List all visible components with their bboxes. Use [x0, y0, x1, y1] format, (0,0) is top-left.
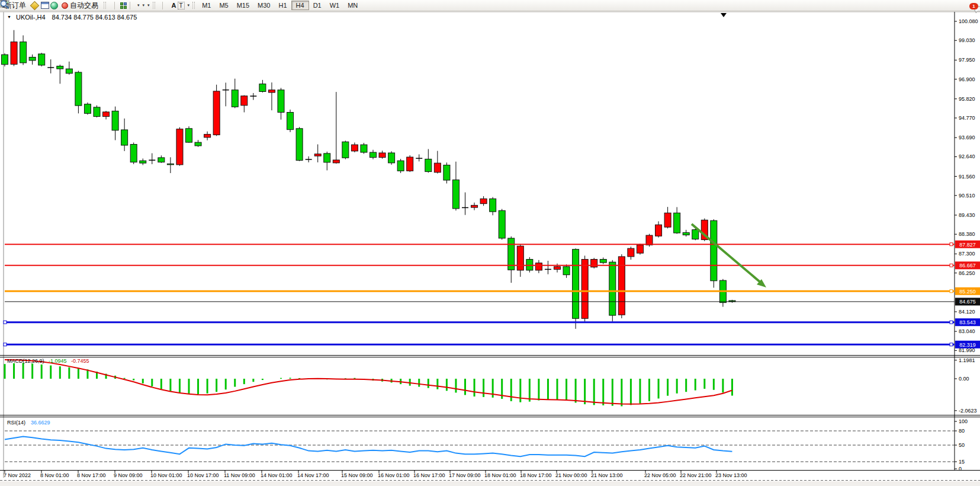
- bull-candle: [333, 160, 339, 163]
- bull-candle: [351, 145, 358, 151]
- bull-candle: [268, 90, 275, 92]
- bull-candle: [637, 245, 643, 253]
- chevron-down-icon[interactable]: ▼: [7, 15, 11, 19]
- time-tick-label: 11 Nov 09:00: [224, 472, 255, 478]
- time-tick-label: 22 Nov 05:00: [644, 472, 676, 478]
- price-badge-label: 85.250: [959, 289, 976, 295]
- price-tick-label: 83.040: [959, 328, 975, 334]
- bear-candle: [296, 129, 303, 161]
- price-tick-label: 91.560: [959, 174, 975, 180]
- chart-symbol-period: UKOil-,H4: [16, 14, 46, 21]
- bear-candle: [259, 84, 266, 92]
- hline-handle[interactable]: [950, 290, 953, 293]
- time-tick-label: 10 Nov 01:00: [150, 472, 182, 478]
- bear-candle: [361, 145, 367, 152]
- macd-tick-label: 1.1981: [959, 357, 975, 363]
- bear-candle: [130, 145, 137, 162]
- bear-candle: [499, 210, 505, 238]
- time-tick-label: 22 Nov 21:00: [680, 472, 712, 478]
- time-tick-label: 14 Nov 01:00: [261, 472, 293, 478]
- bear-candle: [425, 159, 432, 171]
- bear-candle: [94, 107, 100, 117]
- bull-candle: [11, 42, 17, 65]
- time-tick-label: 18 Nov 17:00: [520, 472, 552, 478]
- hline-handle[interactable]: [4, 343, 7, 346]
- bear-candle: [490, 199, 496, 212]
- bear-candle: [186, 129, 192, 142]
- bear-candle: [38, 54, 45, 65]
- bull-candle: [434, 163, 441, 172]
- bull-candle: [103, 112, 110, 117]
- price-tick-label: 94.770: [959, 115, 975, 121]
- macd-label: MACD(12,26,9): [7, 358, 44, 364]
- price-tick-label: 99.030: [959, 37, 975, 43]
- rsi-value: 36.6629: [31, 420, 50, 426]
- price-tick-label: 100.080: [959, 18, 978, 24]
- macd-tick-label: -2.0623: [959, 408, 977, 414]
- bull-candle: [213, 91, 220, 135]
- bull-candle: [379, 153, 385, 158]
- bull-candle: [664, 213, 671, 227]
- time-tick-label: 7 Nov 2022: [4, 472, 31, 478]
- bear-candle: [167, 164, 173, 165]
- price-badge-label: 83.543: [959, 319, 976, 325]
- bear-candle: [121, 130, 128, 145]
- price-tick-label: 87.300: [959, 251, 975, 257]
- bull-candle: [581, 260, 588, 319]
- bull-candle: [517, 246, 523, 270]
- bear-candle: [526, 260, 533, 270]
- bear-candle: [573, 250, 579, 319]
- bear-candle: [397, 161, 404, 171]
- bull-candle: [656, 225, 662, 236]
- price-badge-label: 84.675: [959, 299, 976, 305]
- bear-candle: [287, 113, 294, 130]
- time-tick-label: 8 Nov 17:00: [77, 472, 106, 478]
- last-bar-marker-icon: [721, 13, 727, 17]
- time-tick-label: 17 Nov 09:00: [449, 472, 481, 478]
- bear-candle: [20, 42, 27, 63]
- time-tick-label: 10 Nov 17:00: [187, 472, 219, 478]
- bull-candle: [176, 129, 183, 165]
- bull-candle: [646, 235, 653, 245]
- rsi-tick-label: 50: [959, 442, 965, 448]
- bull-candle: [554, 267, 561, 270]
- macd-signal-line: [5, 360, 732, 404]
- time-tick-label: 15 Nov 09:00: [341, 472, 373, 478]
- trend-arrow-object[interactable]: [692, 224, 761, 283]
- time-tick-label: 18 Nov 01:00: [484, 472, 516, 478]
- mt4-window: { "toolbar": { "new_order": "新订单", "auto…: [0, 0, 980, 486]
- bull-candle: [535, 263, 542, 270]
- hline-handle[interactable]: [950, 243, 953, 246]
- price-tick-label: 96.900: [959, 76, 975, 82]
- time-tick-label: 8 Nov 01:00: [40, 472, 69, 478]
- bear-candle: [711, 220, 717, 281]
- time-tick-label: 9 Nov 09:00: [114, 472, 143, 478]
- rsi-line: [5, 437, 732, 457]
- price-tick-label: 97.950: [959, 57, 975, 63]
- macd-tick-label: 0.00: [959, 376, 969, 382]
- bear-candle: [112, 111, 118, 130]
- price-badge-label: 82.319: [959, 342, 976, 348]
- time-tick-label: 21 Nov 00:00: [555, 472, 587, 478]
- time-tick-label: 16 Nov 17:00: [413, 472, 445, 478]
- price-badge-label: 86.667: [959, 263, 976, 268]
- hline-handle[interactable]: [950, 321, 953, 324]
- bull-candle: [314, 154, 321, 156]
- rsi-tick-label: 15: [959, 459, 965, 465]
- bear-candle: [324, 154, 330, 162]
- hline-handle[interactable]: [950, 343, 953, 346]
- time-tick-label: 14 Nov 17:00: [297, 472, 329, 478]
- bull-candle: [480, 199, 487, 203]
- price-tick-label: 95.820: [959, 96, 975, 102]
- time-tick-label: 21 Nov 13:00: [591, 472, 623, 478]
- bear-candle: [278, 90, 284, 113]
- price-tick-label: 81.990: [959, 347, 975, 353]
- bull-candle: [628, 248, 634, 257]
- rsi-tick-label: 0: [959, 466, 962, 472]
- bear-candle: [609, 262, 616, 315]
- rsi-label: RSI(14): [7, 420, 25, 426]
- hline-handle[interactable]: [950, 264, 953, 267]
- bull-candle: [241, 96, 248, 105]
- price-tick-label: 89.430: [959, 212, 975, 218]
- hline-handle[interactable]: [4, 321, 7, 324]
